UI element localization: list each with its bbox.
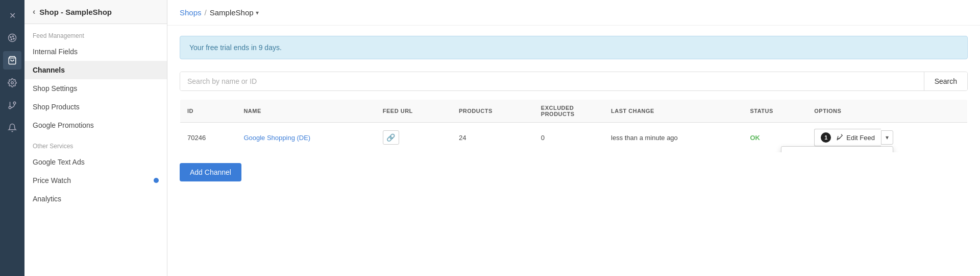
sidebar-header[interactable]: ‹ Shop - SampleShop	[24, 0, 167, 24]
dropdown-item-show-feed[interactable]: ≡ Show Feed	[781, 147, 893, 153]
sidebar-item-shop-products[interactable]: Shop Products	[24, 98, 167, 116]
sidebar-item-channels[interactable]: Channels	[24, 61, 167, 79]
icon-bar: ✕	[0, 0, 24, 276]
cart-icon[interactable]	[3, 51, 21, 70]
search-input[interactable]	[180, 72, 924, 90]
svg-point-9	[9, 106, 11, 109]
sidebar-item-price-watch[interactable]: Price Watch	[24, 171, 167, 190]
cell-feed-url: 🔗	[376, 123, 452, 153]
edit-feed-button[interactable]: 1 Edit Feed	[814, 129, 881, 146]
feed-url-icon[interactable]: 🔗	[383, 130, 399, 145]
search-row: Search	[180, 72, 968, 91]
git-icon[interactable]	[3, 96, 21, 114]
col-header-id: ID	[180, 100, 237, 123]
svg-point-1	[10, 36, 11, 37]
breadcrumb-separator: /	[205, 8, 207, 17]
cell-products: 24	[452, 123, 534, 153]
channels-table: ID NAME FEED URL PRODUCTS EXCLUDED PRODU…	[180, 99, 968, 153]
table-header-row: ID NAME FEED URL PRODUCTS EXCLUDED PRODU…	[180, 100, 968, 123]
breadcrumb-shops-link[interactable]: Shops	[180, 8, 202, 17]
chevron-down-icon[interactable]: ▾	[256, 9, 259, 16]
back-arrow-icon: ‹	[33, 7, 35, 16]
status-badge: OK	[750, 134, 760, 142]
col-header-options: OPTIONS	[807, 100, 967, 123]
sidebar-item-shop-settings[interactable]: Shop Settings	[24, 79, 167, 98]
edit-feed-badge: 1	[821, 132, 831, 143]
notification-dot	[154, 178, 159, 183]
col-header-feed-url: FEED URL	[376, 100, 452, 123]
breadcrumb: Shops / SampleShop ▾	[167, 0, 980, 26]
col-header-last-change: LAST CHANGE	[604, 100, 743, 123]
content-area: Your free trial ends in 9 days. Search I…	[167, 26, 980, 276]
table-row: 70246 Google Shopping (DE) 🔗 24 0 less t…	[180, 123, 968, 153]
sidebar-item-analytics[interactable]: Analytics	[24, 190, 167, 208]
close-icon[interactable]: ✕	[3, 6, 21, 25]
add-channel-button[interactable]: Add Channel	[180, 163, 241, 181]
cell-excluded: 0	[534, 123, 604, 153]
svg-point-2	[12, 36, 13, 37]
sidebar-item-internal-fields[interactable]: Internal Fields	[24, 42, 167, 61]
other-services-label: Other Services	[24, 134, 167, 153]
options-dropdown-menu: ≡ Show Feed ↻ Review Feed ↓ Export Outpu…	[781, 146, 893, 153]
cell-id: 70246	[180, 123, 237, 153]
gear-icon[interactable]	[3, 74, 21, 92]
svg-point-8	[13, 102, 16, 104]
bell-icon[interactable]	[3, 119, 21, 137]
col-header-name: NAME	[236, 100, 375, 123]
cell-last-change: less than a minute ago	[604, 123, 743, 153]
edit-feed-dropdown-toggle[interactable]: ▾	[881, 130, 893, 145]
search-button[interactable]: Search	[924, 72, 967, 90]
main-content: Shops / SampleShop ▾ Your free trial end…	[167, 0, 980, 276]
sidebar: ‹ Shop - SampleShop Feed Management Inte…	[24, 0, 167, 276]
alert-text: Your free trial ends in 9 days.	[189, 43, 282, 52]
sidebar-item-google-text-ads[interactable]: Google Text Ads	[24, 153, 167, 171]
sidebar-title: Shop - SampleShop	[39, 8, 112, 16]
edit-feed-group: 1 Edit Feed ▾ ≡ Show Feed	[814, 129, 893, 146]
cell-name: Google Shopping (DE)	[236, 123, 375, 153]
palette-icon[interactable]	[3, 29, 21, 47]
breadcrumb-current: SampleShop ▾	[210, 8, 259, 17]
cell-options: 1 Edit Feed ▾ ≡ Show Feed	[807, 123, 967, 153]
sidebar-item-google-promotions[interactable]: Google Promotions	[24, 116, 167, 134]
col-header-excluded: EXCLUDED PRODUCTS	[534, 100, 604, 123]
channel-name-link[interactable]: Google Shopping (DE)	[243, 134, 310, 142]
svg-point-4	[11, 39, 12, 40]
alert-banner: Your free trial ends in 9 days.	[180, 36, 968, 59]
feed-management-label: Feed Management	[24, 24, 167, 42]
svg-point-6	[11, 82, 14, 84]
col-header-status: STATUS	[743, 100, 807, 123]
svg-point-0	[9, 34, 16, 42]
col-header-products: PRODUCTS	[452, 100, 534, 123]
svg-point-3	[13, 38, 14, 39]
